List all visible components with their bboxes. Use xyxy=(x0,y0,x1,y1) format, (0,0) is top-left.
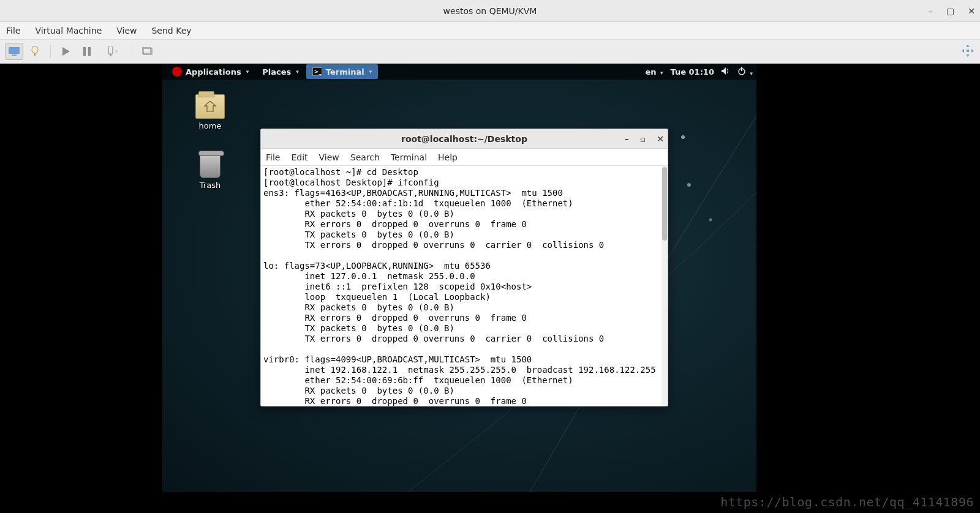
toolbar-separator xyxy=(132,45,132,58)
host-titlebar: westos on QEMU/KVM – ▢ ✕ xyxy=(0,0,980,22)
chevron-down-icon: ▾ xyxy=(115,48,118,54)
applications-menu[interactable]: Applications ▾ xyxy=(166,67,255,77)
pause-button[interactable] xyxy=(78,43,96,60)
svg-rect-8 xyxy=(110,54,111,56)
trash-label: Trash xyxy=(200,181,221,190)
host-window-title: westos on QEMU/KVM xyxy=(443,6,537,16)
svg-rect-21 xyxy=(741,67,742,71)
applications-label: Applications xyxy=(186,67,241,77)
places-menu[interactable]: Places ▾ xyxy=(256,67,305,77)
terminal-scrollbar[interactable] xyxy=(662,166,668,406)
places-label: Places xyxy=(262,67,291,77)
guest-desktop[interactable]: Applications ▾ Places ▾ >_ Terminal ▾ en… xyxy=(162,64,756,492)
input-source-indicator[interactable]: en ▾ xyxy=(645,67,663,77)
svg-marker-13 xyxy=(962,49,964,53)
svg-point-17 xyxy=(687,183,691,187)
active-app-terminal[interactable]: >_ Terminal ▾ xyxy=(306,64,378,79)
scrollbar-thumb[interactable] xyxy=(662,167,667,241)
maximize-icon[interactable]: ▢ xyxy=(946,6,954,16)
details-button[interactable] xyxy=(26,43,44,60)
svg-point-16 xyxy=(681,135,685,139)
svg-rect-5 xyxy=(83,47,86,56)
close-icon[interactable]: ✕ xyxy=(968,6,975,16)
home-folder-icon[interactable]: home xyxy=(195,94,225,130)
gnome-top-bar: Applications ▾ Places ▾ >_ Terminal ▾ en… xyxy=(162,64,756,80)
clock[interactable]: Tue 01:10 xyxy=(671,67,714,77)
power-icon[interactable]: ▾ xyxy=(737,67,753,77)
maximize-icon[interactable]: ▫ xyxy=(640,134,646,144)
watermark-text: https://blog.csdn.net/qq_41141896 xyxy=(720,495,974,509)
shutdown-button[interactable]: ▾ xyxy=(99,43,126,60)
term-menu-view[interactable]: View xyxy=(319,152,339,162)
toolbar-separator xyxy=(50,45,51,58)
svg-marker-14 xyxy=(971,49,974,53)
svg-rect-7 xyxy=(108,47,113,54)
svg-rect-1 xyxy=(12,54,17,56)
svg-rect-6 xyxy=(88,47,91,56)
svg-marker-12 xyxy=(966,54,970,57)
trash-icon xyxy=(200,154,221,178)
svg-marker-22 xyxy=(205,101,216,112)
terminal-titlebar[interactable]: root@localhost:~/Desktop – ▫ ✕ xyxy=(261,129,668,149)
guest-display-area[interactable]: Applications ▾ Places ▾ >_ Terminal ▾ en… xyxy=(0,64,980,513)
folder-icon xyxy=(195,94,225,119)
terminal-window[interactable]: root@localhost:~/Desktop – ▫ ✕ File Edit… xyxy=(260,129,668,406)
host-toolbar: ▾ xyxy=(0,39,980,64)
host-menubar: File Virtual Machine View Send Key xyxy=(0,22,980,39)
chevron-down-icon: ▾ xyxy=(369,69,372,75)
minimize-icon[interactable]: – xyxy=(929,6,933,16)
trash-icon-container[interactable]: Trash xyxy=(200,154,221,190)
svg-rect-0 xyxy=(9,47,20,54)
close-icon[interactable]: ✕ xyxy=(657,134,664,144)
term-menu-file[interactable]: File xyxy=(266,152,280,162)
svg-marker-19 xyxy=(722,67,726,75)
term-menu-edit[interactable]: Edit xyxy=(291,152,307,162)
minimize-icon[interactable]: – xyxy=(625,134,629,144)
term-menu-search[interactable]: Search xyxy=(350,152,380,162)
run-button[interactable] xyxy=(57,43,75,60)
terminal-output[interactable]: [root@localhost ~]# cd Desktop [root@loc… xyxy=(261,166,668,406)
terminal-icon: >_ xyxy=(312,67,322,76)
home-label: home xyxy=(195,121,225,130)
terminal-title: root@localhost:~/Desktop xyxy=(401,134,527,144)
menu-virtual-machine[interactable]: Virtual Machine xyxy=(35,26,102,36)
chevron-down-icon: ▾ xyxy=(246,69,249,75)
term-menu-terminal[interactable]: Terminal xyxy=(391,152,427,162)
menu-file[interactable]: File xyxy=(6,26,20,36)
volume-icon[interactable] xyxy=(722,67,730,77)
fullscreen-button[interactable] xyxy=(962,45,974,59)
terminal-menubar: File Edit View Search Terminal Help xyxy=(261,149,668,166)
snapshots-button[interactable] xyxy=(138,43,157,60)
chevron-down-icon: ▾ xyxy=(296,69,299,75)
console-button[interactable] xyxy=(5,43,23,60)
svg-marker-4 xyxy=(62,47,70,56)
svg-point-18 xyxy=(709,219,712,222)
menu-view[interactable]: View xyxy=(116,26,137,36)
svg-point-2 xyxy=(32,46,38,53)
svg-marker-11 xyxy=(966,45,970,47)
host-window-controls: – ▢ ✕ xyxy=(929,0,975,22)
active-app-label: Terminal xyxy=(326,67,364,77)
svg-rect-3 xyxy=(34,53,36,56)
svg-rect-15 xyxy=(967,50,969,52)
menu-sendkey[interactable]: Send Key xyxy=(151,26,191,36)
desktop-icons: home Trash xyxy=(195,94,225,190)
fedora-icon xyxy=(172,67,182,77)
term-menu-help[interactable]: Help xyxy=(438,152,458,162)
